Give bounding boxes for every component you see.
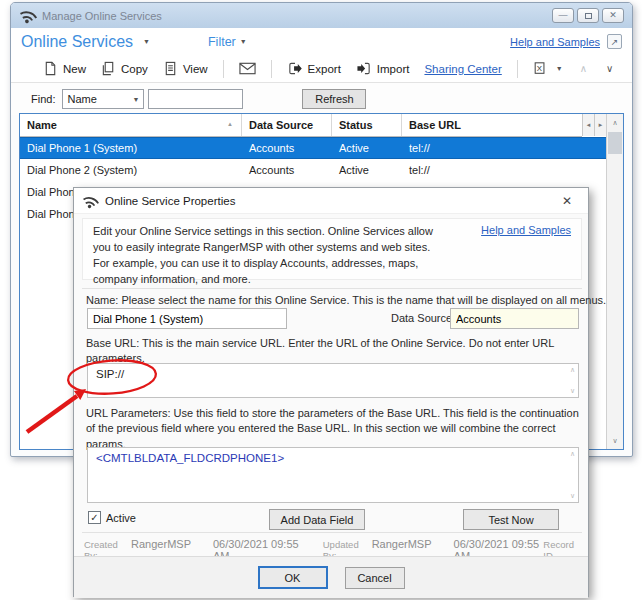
service-name-input[interactable]: [87, 308, 287, 329]
view-button[interactable]: View: [159, 59, 212, 78]
help-and-samples-link[interactable]: Help and Samples: [510, 36, 600, 48]
scroll-up-icon[interactable]: ∧: [570, 450, 575, 458]
active-checkbox[interactable]: ✓: [88, 511, 101, 524]
svg-text:X: X: [536, 64, 542, 73]
scroll-up-icon[interactable]: ∧: [570, 366, 575, 374]
chevron-down-icon: ∨: [606, 63, 613, 74]
maximize-icon: [585, 13, 592, 19]
view-title-menu[interactable]: Online Services: [21, 33, 133, 51]
dialog-title: Online Service Properties: [105, 195, 235, 207]
envelope-icon: [239, 62, 256, 75]
dialog-body: Edit your Online Service settings in thi…: [74, 214, 588, 598]
check-icon: ✓: [90, 513, 98, 523]
active-label: Active: [106, 512, 136, 524]
column-header-base-url[interactable]: Base URL: [402, 114, 582, 136]
close-icon: ✕: [609, 11, 617, 20]
screen: Manage Online Services — ✕ Online Servic…: [0, 0, 642, 600]
scroll-down-icon[interactable]: ∨: [570, 387, 575, 395]
refresh-button[interactable]: Refresh: [302, 89, 366, 109]
chevron-down-icon[interactable]: ▼: [143, 38, 150, 45]
import-icon: [356, 61, 372, 76]
excel-icon: X: [533, 61, 547, 76]
vertical-scrollbar[interactable]: ∧ ∨: [606, 114, 623, 449]
copy-icon: [101, 61, 116, 76]
window-titlebar[interactable]: Manage Online Services — ✕: [11, 3, 632, 28]
column-header-status[interactable]: Status: [332, 114, 402, 136]
scroll-down-icon: ∨: [612, 437, 617, 445]
view-header: Online Services ▼ Filter ▼ Help and Samp…: [11, 28, 632, 55]
scrollbar-thumb[interactable]: [608, 132, 622, 154]
scroll-down-icon[interactable]: ∨: [570, 492, 575, 500]
table-row[interactable]: Dial Phone 1 (System) Accounts Active te…: [20, 137, 606, 159]
export-button[interactable]: Export: [283, 59, 345, 78]
url-parameters-value: <CMTLBLDATA_FLDCRDPHONE1>: [96, 452, 284, 464]
scroll-left-icon: ◄: [586, 122, 592, 128]
maximize-button[interactable]: [577, 8, 599, 23]
test-now-button[interactable]: Test Now: [463, 509, 559, 530]
email-button[interactable]: [235, 60, 260, 77]
updated-by-value: RangerMSP: [372, 538, 432, 550]
chevron-down-icon: ▼: [240, 38, 247, 45]
base-url-value: SIP://: [96, 368, 124, 380]
scroll-up-button[interactable]: ∧: [607, 114, 623, 131]
dialog-titlebar[interactable]: Online Service Properties ✕: [74, 188, 588, 214]
chevron-down-icon: ▼: [133, 96, 140, 103]
external-link-icon: ↗: [611, 37, 619, 47]
dialog-description: Edit your Online Service settings in thi…: [93, 224, 445, 274]
name-field-label: Name: Please select the name for this On…: [86, 294, 606, 306]
chevron-up-icon: ∧: [580, 63, 587, 74]
find-field-select[interactable]: Name ▼: [62, 89, 144, 109]
feed-app-icon: [18, 5, 38, 25]
active-checkbox-row: ✓ Active: [88, 511, 136, 524]
find-bar: Find: Name ▼ Refresh: [11, 83, 632, 115]
scroll-up-icon: ∧: [612, 119, 617, 127]
move-down-button[interactable]: ∨: [600, 63, 619, 74]
scroll-right-button[interactable]: ►: [594, 114, 606, 136]
chevron-down-icon: ▼: [556, 65, 563, 72]
dialog-close-button[interactable]: ✕: [556, 192, 578, 210]
created-by-value: RangerMSP: [131, 538, 191, 550]
table-header: Name ▲ Data Source Status Base URL: [20, 114, 582, 137]
scroll-right-icon: ►: [598, 122, 604, 128]
find-label: Find:: [31, 93, 55, 105]
scroll-left-button[interactable]: ◄: [582, 114, 594, 136]
toolbar-separator: [223, 60, 224, 78]
new-button[interactable]: New: [39, 59, 90, 78]
scroll-down-button[interactable]: ∨: [607, 432, 623, 449]
online-service-properties-dialog: Online Service Properties ✕ Edit your On…: [73, 187, 589, 597]
copy-button[interactable]: Copy: [97, 59, 152, 78]
table-row[interactable]: Dial Phone 2 (System) Accounts Active te…: [20, 159, 606, 181]
divider: [82, 288, 582, 289]
column-header-name[interactable]: Name ▲: [20, 114, 242, 136]
toolbar: New Copy View Export Import: [11, 55, 632, 83]
help-and-samples-link[interactable]: Help and Samples: [481, 224, 571, 274]
cancel-button[interactable]: Cancel: [345, 567, 405, 589]
filter-label: Filter: [208, 35, 236, 49]
excel-export-button[interactable]: X ▼: [529, 59, 567, 78]
url-parameters-textarea[interactable]: <CMTLBLDATA_FLDCRDPHONE1> ∧ ∨: [87, 447, 579, 503]
export-icon: [287, 61, 303, 76]
sharing-center-link[interactable]: Sharing Center: [420, 61, 505, 77]
new-page-icon: [43, 61, 58, 76]
move-up-button[interactable]: ∧: [574, 63, 593, 74]
import-button[interactable]: Import: [352, 59, 414, 78]
find-input[interactable]: [148, 89, 243, 109]
column-header-data-source[interactable]: Data Source: [242, 114, 332, 136]
minimize-button[interactable]: —: [552, 8, 574, 23]
add-data-field-button[interactable]: Add Data Field: [269, 509, 365, 530]
minimize-icon: —: [559, 11, 568, 20]
toolbar-separator: [517, 60, 518, 78]
dialog-button-bar: OK Cancel: [74, 556, 588, 598]
toolbar-separator: [271, 60, 272, 78]
feed-app-icon: [81, 191, 100, 210]
popout-button[interactable]: ↗: [607, 34, 622, 49]
ok-button[interactable]: OK: [258, 566, 328, 589]
divider: [82, 532, 582, 533]
data-source-input[interactable]: [450, 308, 579, 329]
find-field-value: Name: [67, 93, 96, 105]
close-icon: ✕: [562, 194, 572, 208]
base-url-textarea[interactable]: SIP:// ∧ ∨: [87, 363, 579, 398]
url-parameters-label: URL Parameters: Use this field to store …: [86, 406, 586, 452]
filter-menu[interactable]: Filter ▼: [208, 35, 247, 49]
close-button[interactable]: ✕: [602, 8, 624, 23]
